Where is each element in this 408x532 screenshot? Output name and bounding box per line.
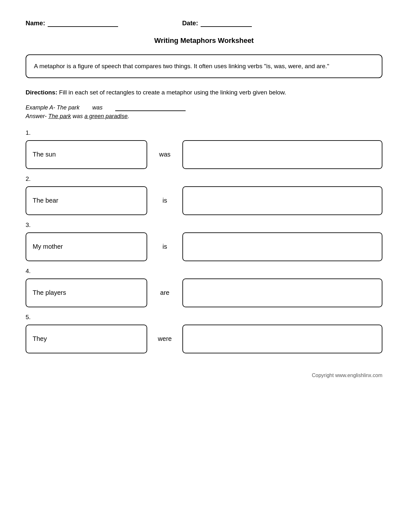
question-1-verb: was xyxy=(157,151,173,158)
question-1-subject: The sun xyxy=(33,151,56,158)
question-1-answer-box[interactable] xyxy=(182,140,382,169)
directions-bold: Directions: xyxy=(26,89,57,96)
example-row: Example A- The park was xyxy=(26,104,382,111)
page-title: Writing Metaphors Worksheet xyxy=(26,36,382,45)
question-3-verb: is xyxy=(157,243,173,250)
copyright: Copyright www.englishlinx.com xyxy=(26,373,382,378)
question-1-number: 1. xyxy=(26,129,382,136)
answer-object: a green paradise xyxy=(84,113,128,119)
question-4-subject-box: The players xyxy=(26,278,147,307)
question-1-row: The sun was xyxy=(26,140,382,169)
question-3-row: My mother is xyxy=(26,232,382,261)
example-label: Example A- The park xyxy=(26,104,79,111)
directions-rest: Fill in each set of rectangles to create… xyxy=(57,89,286,96)
name-label: Name: xyxy=(26,20,45,27)
definition-box: A metaphor is a figure of speech that co… xyxy=(26,54,382,78)
question-2-answer-box[interactable] xyxy=(182,186,382,215)
questions-section: 1. The sun was 2. The bear is 3. My moth… xyxy=(26,129,382,353)
question-4-row: The players are xyxy=(26,278,382,307)
question-5-verb: were xyxy=(157,335,173,343)
question-5-subject-box: They xyxy=(26,325,147,353)
question-2-subject: The bear xyxy=(33,197,58,204)
date-field: Date: xyxy=(182,19,252,27)
question-4-answer-box[interactable] xyxy=(182,278,382,307)
question-5-answer-box[interactable] xyxy=(182,325,382,353)
question-3-subject: My mother xyxy=(33,243,63,250)
example-blank xyxy=(115,104,186,111)
name-underline xyxy=(48,19,118,27)
answer-row: Answer- The park was a green paradise. xyxy=(26,113,382,120)
question-2-number: 2. xyxy=(26,175,382,182)
directions-text: Directions: Fill in each set of rectangl… xyxy=(26,88,382,97)
answer-subject: The park xyxy=(48,113,71,119)
question-1-subject-box: The sun xyxy=(26,140,147,169)
question-5-number: 5. xyxy=(26,314,382,321)
question-3-subject-box: My mother xyxy=(26,232,147,261)
example-verb: was xyxy=(92,104,102,111)
date-label: Date: xyxy=(182,20,198,27)
question-3-answer-box[interactable] xyxy=(182,232,382,261)
question-5-row: They were xyxy=(26,325,382,353)
question-2-subject-box: The bear xyxy=(26,186,147,215)
question-3-number: 3. xyxy=(26,222,382,229)
question-4-subject: The players xyxy=(33,289,66,296)
question-2-verb: is xyxy=(157,197,173,204)
question-4-verb: are xyxy=(157,289,173,296)
definition-text: A metaphor is a figure of speech that co… xyxy=(34,63,329,69)
question-4-number: 4. xyxy=(26,268,382,275)
question-2-row: The bear is xyxy=(26,186,382,215)
question-5-subject: They xyxy=(33,335,47,343)
date-underline xyxy=(201,19,252,27)
header-row: Name: Date: xyxy=(26,19,382,27)
name-field: Name: xyxy=(26,19,118,27)
